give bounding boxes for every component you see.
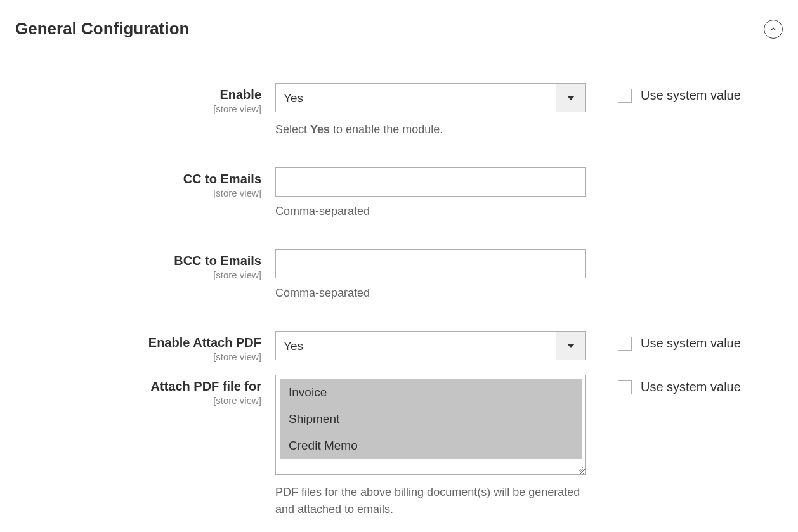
label-bcc: BCC to Emails: [15, 253, 261, 268]
help-enable-strong: Yes: [310, 123, 330, 136]
label-cc: CC to Emails: [15, 171, 261, 186]
control-col-cc: Comma-separated: [275, 167, 586, 220]
extra-attach-pdf: Use system value: [586, 331, 741, 351]
input-bcc-emails[interactable]: [275, 249, 586, 278]
help-cc: Comma-separated: [275, 203, 586, 220]
help-enable-post: to enable the module.: [330, 123, 443, 136]
label-col: Enable [store view]: [15, 83, 275, 114]
option-invoice[interactable]: Invoice: [280, 379, 582, 406]
select-attach-pdf[interactable]: Yes: [275, 331, 586, 360]
control-col-attach-for: Invoice Shipment Credit Memo PDF files f…: [275, 375, 586, 518]
row-attach-for: Attach PDF file for [store view] Invoice…: [15, 375, 783, 518]
checkbox-label-attach-for[interactable]: Use system value: [641, 380, 741, 394]
label-col-bcc: BCC to Emails [store view]: [15, 249, 275, 280]
checkbox-label-enable[interactable]: Use system value: [641, 88, 741, 103]
section-title: General Configuration: [15, 19, 189, 39]
help-enable-pre: Select: [275, 123, 310, 136]
option-credit-memo[interactable]: Credit Memo: [280, 432, 582, 459]
label-attach-for: Attach PDF file for: [15, 379, 261, 394]
scope-attach-for: [store view]: [15, 395, 261, 406]
section-header: General Configuration: [15, 19, 783, 39]
option-shipment[interactable]: Shipment: [280, 406, 582, 432]
control-col-attach-pdf: Yes: [275, 331, 586, 360]
scope-bcc: [store view]: [15, 269, 261, 280]
label-attach-pdf: Enable Attach PDF: [15, 335, 261, 350]
help-bcc: Comma-separated: [275, 285, 586, 302]
input-cc-emails[interactable]: [275, 167, 586, 197]
row-enable: Enable [store view] Yes Select Yes to en…: [15, 83, 783, 138]
scope-attach-pdf: [store view]: [15, 351, 261, 362]
row-cc: CC to Emails [store view] Comma-separate…: [15, 167, 783, 220]
chevron-up-icon: [769, 25, 778, 34]
extra-enable: Use system value: [586, 83, 741, 103]
label-col-attach-for: Attach PDF file for [store view]: [15, 375, 275, 406]
label-col-attach-pdf: Enable Attach PDF [store view]: [15, 331, 275, 362]
control-col-bcc: Comma-separated: [275, 249, 586, 302]
checkbox-use-system-attach-for[interactable]: [618, 380, 632, 394]
checkbox-use-system-attach-pdf[interactable]: [618, 337, 632, 351]
row-bcc: BCC to Emails [store view] Comma-separat…: [15, 249, 783, 302]
label-col-cc: CC to Emails [store view]: [15, 167, 275, 198]
help-attach-for: PDF files for the above billing document…: [275, 484, 586, 518]
control-col: Yes Select Yes to enable the module.: [275, 83, 586, 138]
multiselect-attach-for[interactable]: Invoice Shipment Credit Memo: [275, 375, 586, 475]
extra-cc: [586, 167, 618, 172]
help-enable: Select Yes to enable the module.: [275, 121, 586, 138]
label-enable: Enable: [15, 87, 261, 102]
scope-cc: [store view]: [15, 188, 261, 198]
checkbox-use-system-enable[interactable]: [618, 89, 632, 103]
select-attach-pdf-wrapper: Yes: [275, 331, 586, 360]
collapse-toggle[interactable]: [764, 20, 783, 39]
checkbox-label-attach-pdf[interactable]: Use system value: [641, 336, 741, 351]
extra-attach-for: Use system value: [586, 375, 741, 394]
select-enable[interactable]: Yes: [275, 83, 586, 112]
extra-bcc: [586, 249, 618, 254]
row-attach-pdf: Enable Attach PDF [store view] Yes Use s…: [15, 331, 783, 362]
scope-enable: [store view]: [15, 103, 261, 114]
resize-grip-icon: [577, 466, 585, 474]
select-enable-wrapper: Yes: [275, 83, 586, 112]
